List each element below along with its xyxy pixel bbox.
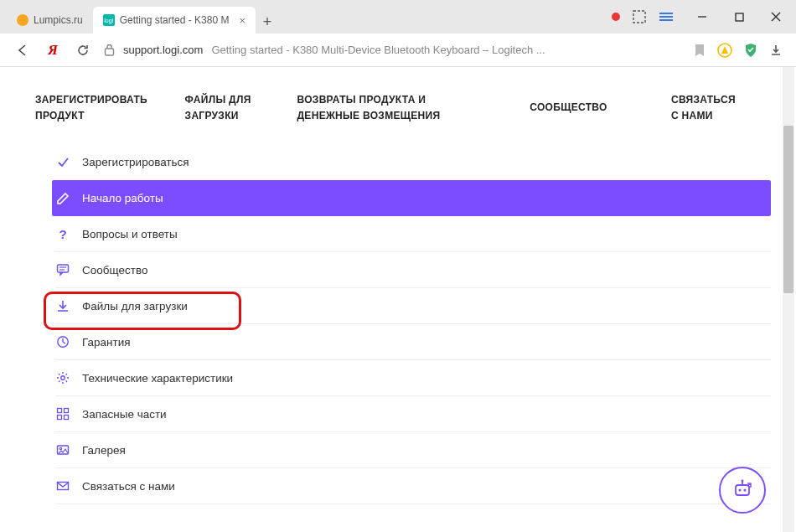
sidebar-item-specs[interactable]: Технические характеристики (55, 360, 771, 396)
new-tab-button[interactable]: + (256, 10, 279, 34)
svg-rect-2 (659, 16, 673, 18)
sidebar-item-label: Гарантия (82, 336, 131, 349)
sidebar-item-community[interactable]: Сообщество (55, 252, 771, 288)
extension-icon[interactable] (659, 9, 674, 24)
gallery-icon (55, 443, 70, 457)
svg-point-14 (61, 376, 65, 380)
download-icon (55, 299, 70, 312)
svg-point-26 (742, 480, 744, 483)
svg-rect-0 (633, 11, 645, 23)
svg-rect-18 (65, 416, 69, 420)
bookmark-icon[interactable] (694, 44, 706, 57)
sidebar-item-label: Сообщество (82, 264, 147, 276)
scrollbar-thumb[interactable] (783, 126, 793, 293)
back-button[interactable] (13, 41, 32, 59)
close-icon[interactable]: × (239, 14, 246, 27)
alisa-icon[interactable] (717, 43, 732, 58)
address-bar: Я support.logi.com Getting started - K38… (0, 34, 796, 67)
close-window-button[interactable] (759, 4, 793, 29)
nav-returns-refunds[interactable]: ВОЗВРАТЫ ПРОДУКТА ИДЕНЕЖНЫЕ ВОЗМЕЩЕНИЯ (297, 92, 530, 124)
sidebar-item-spare-parts[interactable]: Запасные части (55, 396, 771, 432)
chat-icon (55, 263, 70, 276)
sidebar-item-label: Файлы для загрузки (82, 300, 188, 312)
mail-icon (55, 479, 70, 493)
sidebar-list: Зарегистрироваться Начало работы ? Вопро… (55, 144, 771, 504)
support-top-nav: ЗАРЕГИСТРИРОВАТЬПРОДУКТ ФАЙЛЫ ДЛЯЗАГРУЗК… (0, 67, 796, 144)
sidebar-item-gallery[interactable]: Галерея (55, 432, 771, 468)
svg-rect-22 (736, 485, 749, 495)
svg-point-24 (743, 488, 746, 491)
sidebar-item-faq[interactable]: ? Вопросы и ответы (55, 216, 771, 252)
yandex-logo-icon[interactable]: Я (44, 41, 62, 59)
url-title: Getting started - K380 Multi-Device Blue… (211, 44, 545, 56)
svg-rect-8 (106, 49, 114, 55)
tab-label: Getting started - K380 M (120, 14, 230, 26)
url-domain: support.logi.com (123, 44, 203, 56)
favicon-icon: logi (103, 14, 115, 26)
url-field[interactable]: support.logi.com Getting started - K380 … (104, 44, 682, 56)
sidebar-item-label: Начало работы (82, 192, 163, 204)
svg-point-23 (738, 488, 741, 491)
tab-getting-started[interactable]: logi Getting started - K380 M × (93, 7, 256, 34)
sidebar-item-getting-started[interactable]: Начало работы (52, 180, 771, 216)
nav-community[interactable]: СООБЩЕСТВО (530, 92, 671, 124)
nav-contact-us[interactable]: СВЯЗАТЬСЯС НАМИ (671, 92, 771, 124)
downloads-icon[interactable] (769, 44, 783, 57)
svg-rect-10 (58, 265, 69, 272)
screenshot-icon[interactable] (632, 9, 647, 24)
svg-rect-1 (659, 13, 673, 14)
gear-icon (55, 371, 70, 385)
svg-rect-17 (58, 416, 62, 420)
minimize-button[interactable] (685, 4, 719, 29)
tab-lumpics[interactable]: Lumpics.ru (7, 7, 93, 34)
sidebar-item-register[interactable]: Зарегистрироваться (55, 144, 771, 180)
check-icon (55, 156, 70, 169)
grid-icon (55, 407, 70, 421)
svg-rect-5 (736, 13, 743, 21)
page-content: ЗАРЕГИСТРИРОВАТЬПРОДУКТ ФАЙЛЫ ДЛЯЗАГРУЗК… (0, 67, 796, 532)
browser-titlebar: Lumpics.ru logi Getting started - K380 M… (0, 0, 796, 34)
shield-icon[interactable] (744, 43, 757, 58)
maximize-button[interactable] (722, 4, 756, 29)
svg-point-20 (59, 448, 61, 450)
reload-button[interactable] (74, 41, 92, 59)
status-dot-icon (612, 13, 620, 21)
svg-rect-3 (659, 19, 673, 21)
sidebar-item-label: Галерея (82, 444, 126, 457)
nav-downloads[interactable]: ФАЙЛЫ ДЛЯЗАГРУЗКИ (185, 92, 297, 124)
nav-register-product[interactable]: ЗАРЕГИСТРИРОВАТЬПРОДУКТ (35, 92, 185, 124)
question-icon: ? (55, 227, 70, 241)
svg-rect-15 (58, 409, 62, 413)
pencil-icon (55, 192, 70, 205)
chatbot-button[interactable] (719, 467, 766, 514)
sidebar-item-contact[interactable]: Связаться с нами (55, 468, 771, 504)
sidebar-item-label: Зарегистрироваться (82, 156, 189, 168)
lock-icon (104, 44, 115, 56)
svg-rect-16 (65, 409, 69, 413)
sidebar-item-label: Технические характеристики (82, 372, 233, 385)
tab-label: Lumpics.ru (34, 14, 83, 26)
sidebar-item-warranty[interactable]: Гарантия (55, 324, 771, 360)
clock-icon (55, 335, 70, 349)
sidebar-item-label: Связаться с нами (82, 480, 175, 493)
sidebar-item-downloads[interactable]: Файлы для загрузки (55, 288, 771, 324)
favicon-icon (17, 14, 28, 26)
sidebar-item-label: Вопросы и ответы (82, 228, 178, 240)
sidebar-item-label: Запасные части (82, 408, 167, 421)
